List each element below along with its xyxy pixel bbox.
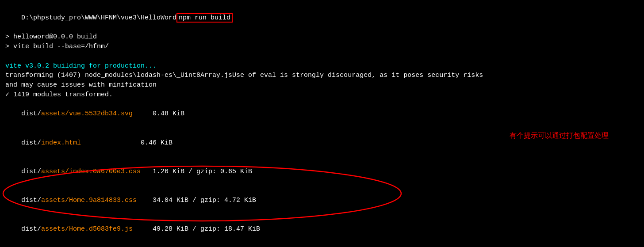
annotation-text: 有个提示可以通过打包配置处理 [510,130,609,141]
terminal-line-transform: transforming (1407) node_modules\lodash-… [5,71,639,80]
terminal-line-modules: ✓ 1419 modules transformed. [5,90,639,100]
terminal-line-dist6: dist/assets/index.64209473.js 523.91 KiB… [5,244,639,247]
terminal-line-3: > vite build --base=/hfnm/ [5,42,639,52]
terminal-line-dist5: dist/assets/Home.d5083fe9.js 49.28 KiB /… [5,215,639,244]
terminal-line-2: > helloword@0.0.0 build [5,32,639,42]
terminal-line-blank1 [5,52,639,61]
terminal: D:\phpstudy_pro\WWW\HFNM\vue3\HelloWordn… [0,0,644,247]
terminal-line-transform2: and may cause issues with minification [5,80,639,90]
terminal-line-dist4: dist/assets/Home.9a814833.css 34.04 KiB … [5,186,639,215]
path-text: D:\phpstudy_pro\WWW\HFNM\vue3\HelloWord [21,14,176,22]
npm-command: npm run build [176,13,233,23]
terminal-line-1: D:\phpstudy_pro\WWW\HFNM\vue3\HelloWordn… [5,4,639,32]
terminal-line-vite: vite v3.0.2 building for production... [5,61,639,71]
terminal-line-dist3: dist/assets/index.0a6700e3.css 1.26 KiB … [5,157,639,186]
terminal-line-dist1: dist/assets/vue.5532db34.svg 0.48 KiB [5,100,639,129]
